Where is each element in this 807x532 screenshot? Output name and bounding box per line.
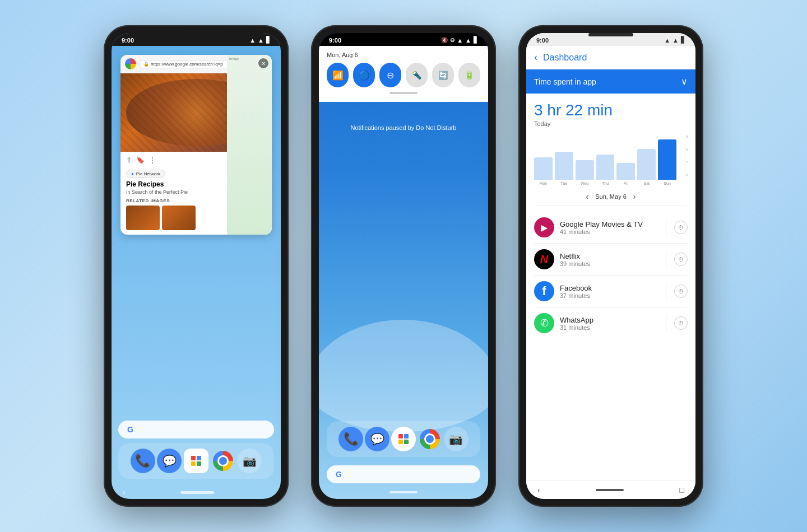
facebook-app-time: 37 minutes: [560, 292, 658, 299]
chart-prev-button[interactable]: ‹: [586, 192, 589, 201]
rotate-tile[interactable]: 🔄: [432, 63, 454, 87]
phone2-home-pill[interactable]: [389, 491, 418, 493]
phone3-wifi-icon: ▲: [664, 37, 670, 44]
phone-2: 9:00 🔇 ⊖ ▲ ▲ ▋ Mon, Aug 6 📶 🔵 ⊖: [311, 25, 496, 507]
app-row-netflix: N Netflix 39 minutes ⏱: [534, 244, 688, 276]
dock-play-icon[interactable]: [184, 449, 208, 473]
wifi-tile-icon: 📶: [332, 70, 344, 81]
bar-mon-label: Mon: [540, 181, 548, 185]
home-pill[interactable]: [180, 491, 214, 494]
chart-date: Sun, May 6: [595, 193, 627, 200]
chart-next-button[interactable]: ›: [633, 192, 636, 201]
bar-fri: Fri: [616, 163, 635, 185]
bar-wed: Wed: [576, 160, 594, 185]
whatsapp-app-icon: ✆: [534, 313, 554, 333]
card-close-button[interactable]: ✕: [258, 58, 268, 68]
dock2-messages-icon[interactable]: 💬: [365, 427, 389, 451]
phone3-screen: 9:00 ▲ ▲ ▋ ‹ Dashboard Time spent in app…: [526, 33, 695, 499]
decorative-blob: [319, 320, 488, 432]
bar-chart: Mon Tue Wed Thu: [534, 135, 688, 185]
netflix-app-info: Netflix 39 minutes: [560, 252, 658, 267]
dock2-play-icon[interactable]: [391, 427, 416, 451]
phone1-dock: 📞 💬 📷: [118, 443, 274, 479]
pie-network-badge: ● Pie Network: [126, 170, 165, 178]
dock2-phone-icon[interactable]: 📞: [338, 427, 363, 451]
bar-tue-fill: [555, 152, 573, 180]
phone-3: 9:00 ▲ ▲ ▋ ‹ Dashboard Time spent in app…: [518, 25, 703, 507]
phone3-back-button[interactable]: ‹: [537, 486, 540, 494]
back-button[interactable]: ‹: [123, 488, 126, 497]
chart-navigation: ‹ Sun, May 6 ›: [534, 188, 688, 206]
bar-wed-fill: [576, 160, 594, 180]
facebook-app-name: Facebook: [560, 284, 658, 292]
y-label-2: 2: [686, 173, 688, 176]
phone-1: 9:00 ▲ ▲ ▋ ✕ 🔒 https://www.google.com/se…: [104, 25, 289, 507]
bar-tue-label: Tue: [560, 181, 567, 185]
facebook-timer-button[interactable]: ⏱: [674, 284, 688, 298]
bar-wed-label: Wed: [581, 181, 588, 185]
bluetooth-tile[interactable]: 🔵: [353, 63, 375, 87]
dock-messages-icon[interactable]: 💬: [157, 449, 182, 473]
dashboard-back-button[interactable]: ‹: [534, 52, 537, 63]
bar-fri-label: Fri: [624, 181, 628, 185]
phone1-time: 9:00: [122, 37, 134, 44]
phone1-status-icons: ▲ ▲ ▋: [249, 36, 271, 44]
dashboard-toolbar: ‹ Dashboard: [526, 46, 695, 69]
netflix-divider: [666, 251, 666, 268]
google-g-icon: G: [127, 425, 133, 434]
y-label-4: 4: [686, 160, 688, 164]
shade-handle: [389, 92, 418, 94]
time-spent-header[interactable]: Time spent in app ∨: [526, 69, 695, 94]
thumb-2: [162, 206, 196, 230]
phone2-search-bar[interactable]: G: [327, 465, 480, 483]
bar-fri-fill: [616, 163, 635, 180]
facebook-app-info: Facebook 37 minutes: [560, 284, 658, 299]
phone2-status-bar: 9:00 🔇 ⊖ ▲ ▲ ▋: [319, 33, 488, 46]
whatsapp-app-info: WhatsApp 31 minutes: [560, 316, 658, 331]
movies-app-info: Google Play Movies & TV 41 minutes: [560, 220, 658, 235]
wifi-tile[interactable]: 📶: [327, 63, 349, 87]
dock-camera-icon[interactable]: 📷: [237, 449, 262, 473]
netflix-timer-button[interactable]: ⏱: [674, 253, 688, 266]
phone1-wifi-icon: ▲: [249, 37, 256, 44]
battery-saver-tile[interactable]: 🔋: [458, 63, 480, 87]
dock2-camera-icon[interactable]: 📷: [444, 427, 469, 451]
pie-network-label: Pie Network: [136, 171, 160, 176]
bar-thu-fill: [596, 155, 615, 180]
thumb-1: [126, 206, 160, 230]
whatsapp-app-time: 31 minutes: [560, 324, 658, 331]
bar-tue: Tue: [555, 152, 573, 185]
whatsapp-divider: [666, 315, 666, 332]
phone3-time: 9:00: [536, 37, 549, 44]
bar-sat-label: Sat: [643, 181, 650, 185]
movies-app-icon: ▶: [534, 217, 554, 237]
dnd-tile[interactable]: ⊖: [379, 63, 401, 87]
phone3-battery-icon: ▋: [681, 36, 685, 44]
whatsapp-timer-button[interactable]: ⏱: [674, 316, 688, 330]
phone2-dock: 📞 💬: [327, 421, 480, 457]
phone2-screen: 9:00 🔇 ⊖ ▲ ▲ ▋ Mon, Aug 6 📶 🔵 ⊖: [319, 33, 488, 499]
phone3-overview-button[interactable]: □: [680, 486, 684, 494]
notification-date: Mon, Aug 6: [327, 52, 480, 58]
related-label: RELATED IMAGES: [126, 198, 170, 203]
y-label-6: 6: [686, 148, 688, 151]
phone2-battery-icon: ▋: [474, 36, 478, 44]
phone2-status-icons: 🔇 ⊖ ▲ ▲ ▋: [441, 36, 478, 44]
recent-app-card[interactable]: ✕ 🔒 https://www.google.com/search?q=p ⊡ …: [120, 55, 272, 235]
movies-timer-button[interactable]: ⏱: [674, 221, 688, 234]
netflix-app-name: Netflix: [560, 252, 658, 260]
dock2-chrome-icon[interactable]: [418, 427, 442, 451]
phone3-home-pill[interactable]: [596, 489, 624, 491]
home-search-bar[interactable]: G: [118, 421, 274, 438]
bookmark-icon[interactable]: 🔖: [136, 156, 145, 164]
dock-phone-icon[interactable]: 📞: [131, 449, 155, 473]
phone2-dnd-icon: ⊖: [450, 37, 454, 43]
share-icon[interactable]: ⇧: [126, 156, 132, 164]
more-icon[interactable]: ⋮: [149, 156, 156, 164]
dock-chrome-icon[interactable]: [211, 449, 235, 473]
flashlight-tile[interactable]: 🔦: [406, 63, 428, 87]
chevron-down-icon: ∨: [681, 76, 688, 87]
phone2-time: 9:00: [329, 37, 341, 44]
time-spent-label: Time spent in app: [534, 77, 596, 86]
bar-sun-label: Sun: [664, 181, 670, 185]
